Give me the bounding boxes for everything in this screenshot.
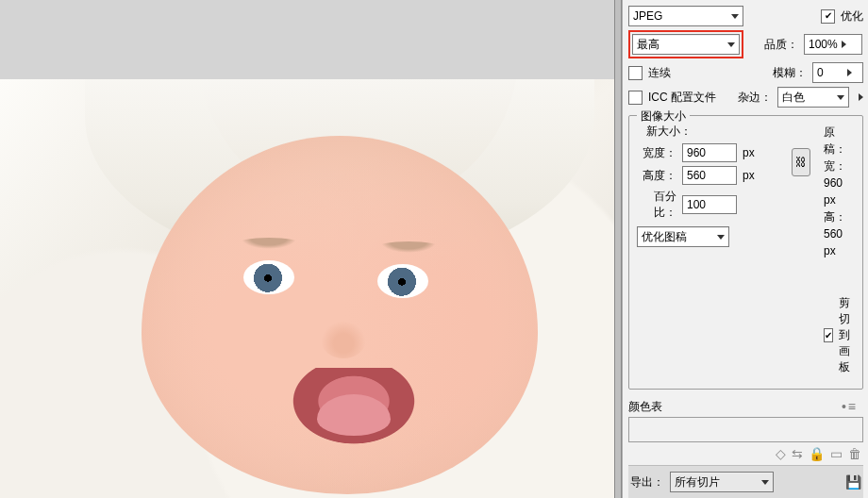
save-icon[interactable]: 💾: [845, 474, 861, 490]
trash-icon[interactable]: 🗑: [848, 446, 861, 461]
matte-value: 白色: [782, 90, 833, 106]
arrow-right-icon: [842, 41, 846, 48]
orig-height-value: 560 px: [824, 227, 843, 257]
icc-checkbox[interactable]: [628, 91, 643, 105]
chevron-down-icon: [761, 480, 769, 485]
color-table-title: 颜色表 •≡: [628, 399, 863, 415]
quality-preset-value: 最高: [637, 37, 724, 53]
percent-input[interactable]: 100: [682, 195, 737, 214]
original-label: 原稿：: [824, 124, 855, 158]
quality-label: 品质：: [764, 37, 798, 53]
orig-height-label: 高：: [824, 210, 846, 224]
preview-illustration: [0, 79, 614, 498]
export-footer: 导出： 所有切片 💾: [628, 465, 863, 498]
clip-checkbox[interactable]: [824, 328, 833, 342]
format-select-value: JPEG: [633, 9, 727, 23]
settings-panel: JPEG 优化 最高 品质： 100%: [622, 0, 868, 498]
chevron-down-icon: [837, 95, 844, 100]
export-value: 所有切片: [675, 474, 758, 490]
swap-icon[interactable]: ⇆: [792, 446, 803, 461]
link-icon[interactable]: ⛓: [792, 148, 810, 176]
preview-pane: [0, 0, 614, 498]
quality-stepper[interactable]: 100%: [804, 34, 862, 55]
arrow-right-icon: [859, 93, 863, 101]
lock-icon[interactable]: 🔒: [809, 446, 825, 461]
format-select[interactable]: JPEG: [628, 6, 743, 26]
preview-image[interactable]: [0, 79, 614, 498]
optimize-checkbox[interactable]: [821, 9, 835, 24]
quality-preset-select[interactable]: 最高: [632, 34, 740, 55]
new-size-label: 新大小：: [646, 124, 778, 140]
blur-stepper[interactable]: 0: [812, 62, 863, 83]
new-icon[interactable]: ▭: [830, 446, 843, 461]
image-size-title: 图像大小: [637, 108, 690, 124]
image-size-group: 图像大小 新大小： 宽度： 960 px 高度： 560 px: [628, 115, 863, 390]
color-table-area[interactable]: [628, 417, 863, 442]
icc-label: ICC 配置文件: [648, 90, 716, 106]
clip-label: 剪切到画板: [839, 295, 855, 375]
more-icon[interactable]: •≡: [842, 399, 858, 414]
app-root: JPEG 优化 最高 品质： 100%: [0, 0, 868, 498]
optimize-art-select[interactable]: 优化图稿: [637, 226, 729, 247]
chevron-down-icon: [727, 42, 735, 47]
vertical-divider[interactable]: [614, 0, 622, 498]
height-label: 高度：: [637, 168, 676, 184]
quality-value: 100%: [809, 38, 838, 51]
optimize-label: 优化: [841, 8, 863, 25]
optimize-art-value: 优化图稿: [642, 229, 713, 245]
chevron-down-icon: [717, 235, 725, 240]
highlight-box: 最高: [628, 30, 743, 58]
width-label: 宽度：: [637, 145, 676, 161]
blur-value: 0: [817, 66, 843, 79]
progressive-checkbox[interactable]: [628, 66, 643, 80]
progressive-label: 连续: [648, 65, 671, 81]
orig-width-value: 960 px: [824, 176, 843, 207]
width-input[interactable]: 960: [682, 143, 737, 162]
orig-width-label: 宽：: [824, 159, 846, 173]
color-table-toolbar: ◇ ⇆ 🔒 ▭ 🗑: [774, 442, 863, 465]
blur-label: 模糊：: [773, 65, 807, 81]
percent-label: 百分比：: [637, 189, 676, 221]
chevron-down-icon: [731, 14, 739, 19]
export-label: 导出：: [630, 474, 664, 490]
arrow-right-icon: [847, 69, 852, 76]
px-unit: px: [743, 146, 755, 159]
height-input[interactable]: 560: [682, 166, 737, 185]
matte-label: 杂边：: [738, 90, 772, 106]
preview-blank-area: [0, 0, 614, 79]
diamond-icon[interactable]: ◇: [776, 446, 786, 461]
matte-select[interactable]: 白色: [777, 87, 849, 108]
export-select[interactable]: 所有切片: [670, 472, 774, 492]
px-unit: px: [743, 169, 755, 182]
